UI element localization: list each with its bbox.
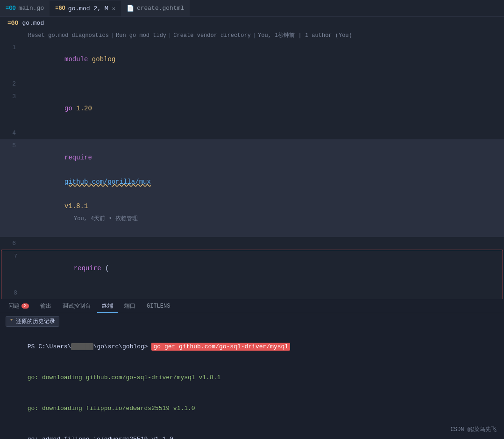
tab-bar: =GO main.go =GO go.mod 2, M ✕ 📄 create.g…: [0, 0, 504, 17]
panel-tab-debug[interactable]: 调试控制台: [58, 299, 95, 313]
terminal-output-3: go: added filippo.io/edwards25519 v1.1.0: [6, 424, 498, 439]
line-number: 1: [0, 42, 23, 54]
tab-close-button[interactable]: ✕: [112, 5, 115, 12]
history-bar: * 还原的历史记录: [0, 313, 504, 330]
watermark: CSDN @@菜鸟先飞: [451, 425, 497, 433]
tab-main-go[interactable]: =GO main.go: [0, 0, 50, 16]
reset-diagnostics-link[interactable]: Reset go.mod diagnostics: [28, 32, 109, 39]
code-line-5: 5 require github.com/gorilla/mux v1.8.1 …: [0, 139, 504, 237]
line-number: 3: [0, 91, 23, 103]
bottom-panel: 问题 2 输出 调试控制台 终端 端口 GITLENS * 还原的历史记录 PS…: [0, 299, 504, 439]
code-line-8: 8 filippo.io/edwards25519 v1.1.0 // indi…: [1, 287, 503, 299]
create-vendor-link[interactable]: Create vendor directory: [173, 32, 251, 39]
line-content: [23, 78, 504, 90]
star-icon: *: [10, 318, 13, 325]
panel-tab-terminal[interactable]: 终端: [97, 299, 118, 313]
run-mod-tidy-link[interactable]: Run go mod tidy: [116, 32, 166, 39]
file-name: go.mod: [22, 20, 44, 27]
editor: 1 module goblog 2 3 go 1.20 4: [0, 41, 504, 299]
tab-label: create.gohtml: [137, 5, 184, 12]
panel-tab-bar: 问题 2 输出 调试控制台 终端 端口 GITLENS: [0, 299, 504, 313]
problems-badge: 2: [21, 303, 29, 309]
line-number: 2: [0, 78, 23, 90]
terminal-content[interactable]: PS C:\Users\████\go\src\goblog> go get g…: [0, 330, 504, 439]
panel-tab-output[interactable]: 输出: [35, 299, 56, 313]
code-line-3: 3 go 1.20: [0, 90, 504, 127]
code-line-6: 6: [0, 237, 504, 250]
line-number: 6: [0, 237, 23, 250]
terminal-line-prompt: PS C:\Users\████\go\src\goblog> go get g…: [6, 331, 498, 362]
panel-tab-port[interactable]: 端口: [120, 299, 140, 313]
line-number: 5: [0, 140, 23, 152]
panel-tab-problems[interactable]: 问题 2: [4, 299, 34, 313]
line-content: require (: [25, 250, 503, 287]
panel-tab-label: 调试控制台: [63, 302, 91, 310]
line-content: require github.com/gorilla/mux v1.8.1 Yo…: [23, 139, 504, 237]
line-number: 8: [1, 287, 25, 299]
line-content: filippo.io/edwards25519 v1.1.0 // indire…: [25, 287, 503, 299]
terminal-output-2: go: downloading filippo.io/edwards25519 …: [6, 393, 498, 424]
tab-label: main.go: [19, 5, 44, 12]
tab-go-mod[interactable]: =GO go.mod 2, M ✕: [50, 0, 121, 16]
file-header: =GO go.mod: [0, 17, 504, 29]
line-number: 7: [1, 251, 25, 263]
file-go-icon: =GO: [7, 20, 18, 27]
panel-tab-label: 终端: [102, 302, 113, 310]
tab-label: go.mod 2, M: [68, 5, 108, 12]
line-number: 4: [0, 127, 23, 139]
terminal-command: go get github.com/go-sql-driver/mysql: [151, 343, 290, 351]
panel-tab-gitlens[interactable]: GITLENS: [142, 299, 175, 313]
go-icon: =GO: [6, 5, 16, 12]
line-content: [23, 127, 504, 139]
git-inline-info: You, 4天前 • 依赖管理: [74, 216, 138, 222]
history-badge: * 还原的历史记录: [6, 316, 59, 327]
info-bar: Reset go.mod diagnostics | Run go mod ti…: [0, 29, 504, 41]
git-meta: You, 1秒钟前 | 1 author (You): [258, 31, 352, 39]
tab-create-gohtml[interactable]: 📄 create.gohtml: [121, 0, 190, 16]
panel-tab-label: 端口: [124, 302, 135, 310]
editor-scroll[interactable]: 1 module goblog 2 3 go 1.20 4: [0, 41, 504, 299]
code-line-2: 2: [0, 78, 504, 90]
history-label: 还原的历史记录: [16, 317, 55, 325]
panel-tab-label: 输出: [40, 302, 51, 310]
line-content: go 1.20: [23, 90, 504, 127]
code-line-1: 1 module goblog: [0, 41, 504, 78]
code-line-4: 4: [0, 127, 504, 139]
tab-file-icon: 📄: [127, 5, 134, 12]
code-line-7: 7 require (: [1, 250, 503, 287]
line-content: [23, 237, 504, 249]
prompt-text: PS C:\Users\████\go\src\goblog>: [28, 343, 152, 350]
panel-tab-label: 问题: [8, 302, 20, 310]
code-lines: 1 module goblog 2 3 go 1.20 4: [0, 41, 504, 299]
panel-tab-label: GITLENS: [147, 303, 170, 309]
go-icon-modified: =GO: [55, 5, 65, 12]
require-block: 7 require ( 8 filippo.io/edwards25519 v1…: [1, 250, 503, 299]
terminal-output-1: go: downloading github.com/go-sql-driver…: [6, 362, 498, 393]
line-content: module goblog: [23, 41, 504, 78]
